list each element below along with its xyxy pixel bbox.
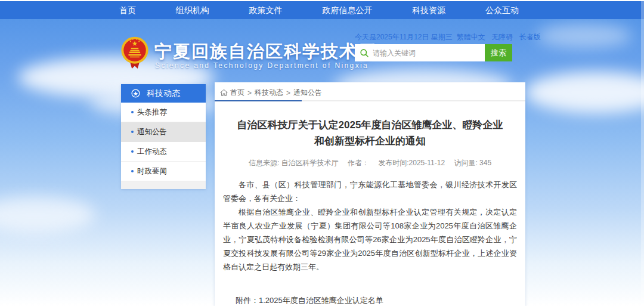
bullet-dot-icon <box>131 150 134 153</box>
breadcrumb-notices[interactable]: 通知公告 <box>293 88 322 98</box>
bullet-dot-icon <box>131 111 134 113</box>
breadcrumb-separator: > <box>247 89 252 97</box>
sidebar-item-label: 头条推荐 <box>137 107 167 118</box>
link-accessibility[interactable]: 无障碍 <box>491 33 513 41</box>
sidebar-item-notices[interactable]: 通知公告 <box>121 122 206 142</box>
sidebar-footer-strip <box>121 181 206 189</box>
utility-bar: 今天是2025年11月12日 星期三 繁體中文 无障碍 长者版 <box>355 32 522 42</box>
cloud-decoration <box>537 24 632 48</box>
meta-views: 访问量: 345 <box>454 159 491 167</box>
breadcrumb-home[interactable]: 首页 <box>230 88 244 98</box>
article-paragraph: 根据自治区雏鹰企业、瞪羚企业和创新型标杆企业认定管理有关规定，决定认定半亩良人农… <box>223 205 517 274</box>
sidebar-header-scitech-news[interactable]: 科技动态 <box>121 84 206 103</box>
breadcrumb: 首页 > 科技动态 > 通知公告 <box>215 82 525 97</box>
sidebar-item-label: 时政要闻 <box>137 166 167 177</box>
bullet-dot-icon <box>131 170 134 172</box>
sidebar-title: 科技动态 <box>147 88 180 99</box>
nav-item-public-interaction[interactable]: 公众互动 <box>479 1 525 19</box>
scrollbar[interactable] <box>641 1 644 306</box>
page: 首页 组织机构 政策文件 政府信息公开 科技资源 公众互动 <box>0 0 644 306</box>
article-meta: 信息来源: 自治区科学技术厅 作者： 发布时间:2025-11-12 访问量: … <box>215 158 525 168</box>
article-paragraph: 各市、县（区）科技管理部门，宁东能源化工基地管委会，银川经济技术开发区管委会，各… <box>223 178 517 205</box>
search-input[interactable] <box>373 49 485 57</box>
meta-source: 信息来源: 自治区科学技术厅 <box>249 159 339 167</box>
home-icon <box>220 89 228 97</box>
content-panel: 首页 > 科技动态 > 通知公告 自治区科技厅关于认定2025年度自治区雏鹰企业… <box>215 82 525 306</box>
sidebar-item-work-dynamics[interactable]: 工作动态 <box>121 142 206 162</box>
search-button[interactable]: 搜索 <box>485 44 512 61</box>
cloud-decoration <box>525 72 644 113</box>
meta-publish-date: 发布时间:2025-11-12 <box>378 159 445 167</box>
breadcrumb-divider <box>215 100 525 101</box>
site-title[interactable]: 宁夏回族自治区科学技术厅 <box>154 40 376 64</box>
bullet-dot-icon <box>131 131 134 133</box>
link-traditional-chinese[interactable]: 繁體中文 <box>457 33 485 41</box>
article-title: 自治区科技厅关于认定2025年度自治区雏鹰企业、瞪羚企业 和创新型标杆企业的通知 <box>215 117 525 149</box>
meta-author: 作者： <box>348 159 369 167</box>
circle-star-icon <box>131 88 141 98</box>
breadcrumb-separator: > <box>286 89 290 97</box>
nav-item-sci-tech-resources[interactable]: 科技资源 <box>406 1 451 19</box>
cloud-decoration <box>0 197 95 233</box>
sidebar-item-label: 工作动态 <box>137 147 167 157</box>
current-date: 今天是2025年11月12日 星期三 <box>355 32 453 42</box>
nav-item-policy-documents[interactable]: 政策文件 <box>243 1 289 19</box>
sidebar-item-label: 通知公告 <box>137 127 167 137</box>
top-nav: 首页 组织机构 政策文件 政府信息公开 科技资源 公众互动 <box>0 1 644 19</box>
nav-item-gov-info-disclosure[interactable]: 政府信息公开 <box>316 1 378 19</box>
attachments-label: 附件： <box>236 294 259 306</box>
national-emblem-logo[interactable] <box>120 35 149 71</box>
attachments: 附件： 1.2025年度自治区雏鹰企业认定名单 2.2025年度自治区瞪羚企业认… <box>215 294 525 306</box>
sidebar-item-current-politics[interactable]: 时政要闻 <box>121 162 206 181</box>
sidebar-item-headline-recommend[interactable]: 头条推荐 <box>121 103 206 122</box>
sidebar: 科技动态 头条推荐 通知公告 工作动态 时政要闻 <box>121 84 206 189</box>
search-icon <box>360 48 369 58</box>
search-bar: 搜索 <box>355 44 512 61</box>
site-subtitle: Science and Technology Department of Nin… <box>155 61 369 70</box>
link-elder-version[interactable]: 长者版 <box>519 33 541 41</box>
breadcrumb-scitech-news[interactable]: 科技动态 <box>255 88 283 98</box>
nav-item-home[interactable]: 首页 <box>113 1 142 19</box>
attachment-link-eagle-list[interactable]: 1.2025年度自治区雏鹰企业认定名单 <box>259 294 407 306</box>
article-body: 各市、县（区）科技管理部门，宁东能源化工基地管委会，银川经济技术开发区管委会，各… <box>215 178 525 274</box>
nav-item-organization[interactable]: 组织机构 <box>170 1 215 19</box>
national-emblem-icon <box>120 35 149 71</box>
